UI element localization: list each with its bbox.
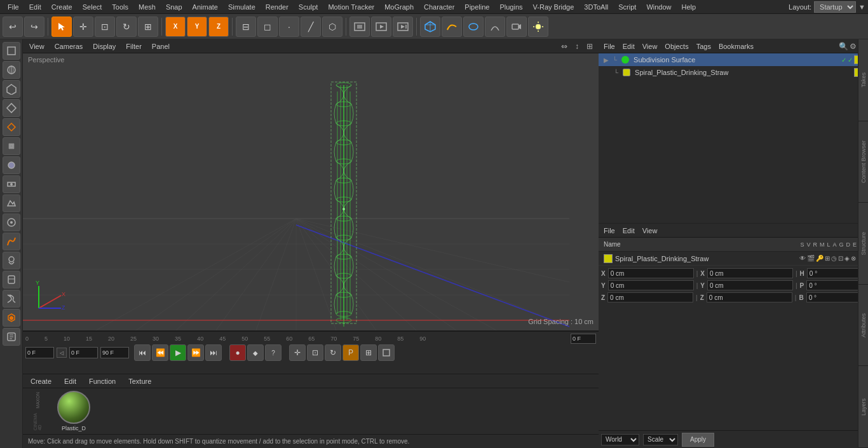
attr-icon-film[interactable]: 🎬 [807,255,815,262]
grid-button[interactable]: ⊞ [360,344,377,361]
menu-character[interactable]: Character [419,2,459,12]
sidebar-btn-11[interactable] [3,233,20,250]
menu-file[interactable]: File [3,2,24,12]
sidebar-btn-5[interactable] [3,118,20,136]
attr-icon-key[interactable]: 🔑 [816,255,824,262]
transform-tool-button[interactable]: ⊞ [138,17,158,37]
scene-item-subdivision[interactable]: ▶ └ Subdivision Surface ✓ ✓ [599,53,868,66]
scene-menu-file[interactable]: File [601,41,618,51]
render-region-button[interactable] [349,17,370,37]
go-to-start-button[interactable]: ⏮ [134,344,151,361]
material-menu-create[interactable]: Create [28,376,54,386]
viewport-icon-1[interactable]: ⇔ [559,41,569,51]
menu-script[interactable]: Script [613,2,641,12]
scale-key-button[interactable]: ⊡ [307,344,323,361]
x-rot-input[interactable] [707,268,793,278]
object-mode-button[interactable]: ◻ [257,17,278,37]
scene-menu-edit[interactable]: Edit [620,41,637,51]
viewport-canvas[interactable]: Perspective Grid Spacing : 10 cm X Y Z [23,53,599,330]
move-key-button[interactable]: ✛ [289,344,306,361]
subdivision-lock-icon[interactable]: ✓ [848,57,853,64]
attr-icon-more4[interactable]: ◈ [844,255,850,262]
material-menu-function[interactable]: Function [86,376,118,386]
sidebar-btn-16[interactable] [3,328,20,346]
menu-3dtoall[interactable]: 3DToAll [579,2,613,12]
x-pos-input[interactable] [608,268,694,278]
sidebar-btn-12[interactable] [3,252,20,269]
keyframe-button[interactable]: ◆ [247,344,264,361]
poly-mode-button[interactable]: ⬡ [322,17,342,37]
menu-mograph[interactable]: MoGraph [379,2,419,12]
step-forward-button[interactable]: ⏩ [187,344,204,361]
play-button[interactable]: ▶ [170,344,186,361]
sidebar-btn-10[interactable] [3,214,20,231]
z-pos-input[interactable] [607,292,693,302]
nurbs-button[interactable] [463,17,484,37]
help-button[interactable]: ? [265,344,281,361]
attr-menu-view[interactable]: View [640,226,660,236]
menu-help[interactable]: Help [677,2,702,12]
menu-window[interactable]: Window [641,2,676,12]
menu-simulate[interactable]: Simulate [223,2,261,12]
current-frame-input[interactable] [571,334,596,344]
menu-edit[interactable]: Edit [24,2,46,12]
attr-icon-more1[interactable]: ⊞ [825,255,830,262]
menu-animate[interactable]: Animate [187,2,223,12]
z-axis-button[interactable]: Z [208,17,229,37]
move-tool-button[interactable]: ✛ [73,17,93,37]
tab-content-browser[interactable]: Content Browser [858,121,868,203]
sidebar-btn-15[interactable] [3,309,20,327]
tab-layers[interactable]: Layers [858,366,868,448]
menu-vray[interactable]: V-Ray Bridge [528,2,580,12]
layout-select[interactable]: Startup [814,1,856,13]
sidebar-btn-14[interactable] [3,290,20,308]
scale-dropdown[interactable]: Scale [643,434,678,445]
menu-create[interactable]: Create [46,2,78,12]
cube-object-button[interactable] [420,17,440,37]
point-mode-button[interactable]: · [279,17,299,37]
world-mode-button[interactable]: ⊟ [236,17,256,37]
undo-button[interactable]: ↩ [3,17,23,37]
scene-menu-objects[interactable]: Objects [662,41,691,51]
sidebar-btn-3[interactable] [3,80,20,98]
y-axis-button[interactable]: Y [187,17,207,37]
layout-arrow[interactable]: ▼ [858,3,865,11]
sidebar-btn-6[interactable] [3,137,20,155]
tab-attributes[interactable]: Attributes [858,285,868,367]
scene-item-straw[interactable]: └ Spiral_Plastic_Drinking_Straw [599,66,868,79]
sidebar-btn-1[interactable] [3,42,20,60]
sidebar-btn-2[interactable] [3,61,20,79]
camera-button[interactable] [506,17,527,37]
menu-pipeline[interactable]: Pipeline [459,2,494,12]
scene-menu-bookmarks[interactable]: Bookmarks [716,41,756,51]
tab-structure[interactable]: Structure [858,203,868,285]
x-axis-button[interactable]: X [165,17,186,37]
y-rot-input[interactable] [707,280,793,290]
world-dropdown[interactable]: World [601,434,639,445]
subdivision-vis-icon[interactable]: ✓ [841,57,846,64]
select-tool-button[interactable] [51,17,72,37]
scene-search-icon[interactable]: 🔍 [839,42,848,51]
vp-menu-filter[interactable]: Filter [123,41,144,51]
attr-menu-edit[interactable]: Edit [620,226,637,236]
y-pos-input[interactable] [608,280,694,290]
attr-icon-more5[interactable]: ⊗ [851,255,856,262]
auto-key-button[interactable] [378,344,395,361]
sidebar-btn-8[interactable] [3,175,20,193]
go-to-end-button[interactable]: ⏭ [205,344,222,361]
material-thumbnail[interactable] [57,391,90,424]
spline-button[interactable] [442,17,462,37]
sidebar-btn-9[interactable] [3,194,20,212]
menu-select[interactable]: Select [78,2,107,12]
material-item[interactable]: Plastic_D [57,391,90,431]
scene-settings-icon[interactable]: ⚙ [850,42,857,51]
light-button[interactable] [528,17,548,37]
apply-button[interactable]: Apply [682,433,714,447]
scene-menu-tags[interactable]: Tags [694,41,714,51]
vp-menu-display[interactable]: Display [90,41,118,51]
p-button[interactable]: P [342,344,359,361]
material-menu-texture[interactable]: Texture [126,376,154,386]
rotate-key-button[interactable]: ↻ [325,344,341,361]
record-button[interactable]: ● [229,344,246,361]
redo-button[interactable]: ↪ [24,17,44,37]
